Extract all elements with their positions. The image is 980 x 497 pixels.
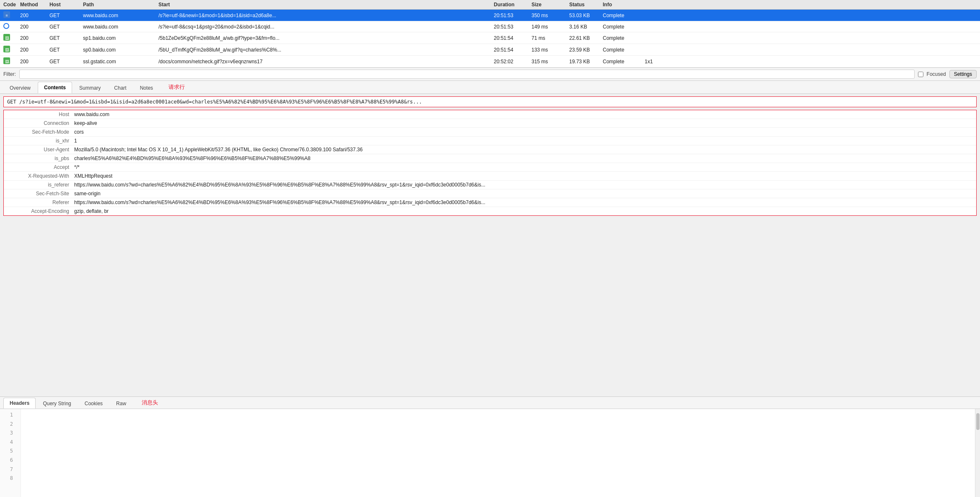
table-row[interactable]: 200 GET www.baidu.com /s?ie=utf-8&csq=1&… [0, 21, 980, 32]
settings-button[interactable]: Settings [949, 70, 977, 78]
table-header: Code Method Host Path Start Duration Siz… [0, 0, 980, 10]
img-icon: 🖼 [3, 46, 10, 52]
header-key: User-Agent [7, 147, 74, 153]
tab-contents[interactable]: Contents [38, 82, 72, 93]
line-number: 5 [0, 447, 16, 456]
tab-query-string[interactable]: Query String [36, 398, 77, 409]
cell-code: 200 [18, 46, 48, 54]
cell-size: 19.73 KB [568, 58, 601, 65]
col-status: Status [568, 1, 601, 8]
cell-path: /5b1ZeDe5KgQFm2e88luM_a/wb.gif?type=3&fm… [157, 34, 492, 42]
header-row: is_refererhttps://www.baidu.com/s?wd=cha… [4, 181, 976, 189]
cell-status: Complete [601, 46, 643, 54]
focused-checkbox[interactable] [918, 72, 923, 77]
header-key: Sec-Fetch-Mode [7, 129, 74, 135]
header-row: X-Requested-WithXMLHttpRequest [4, 172, 976, 181]
tab-notes[interactable]: Notes [134, 82, 159, 93]
cell-method: GET [48, 12, 81, 19]
table-row[interactable]: 🖼 200 GET sp1.baidu.com /5b1ZeDe5KgQFm2e… [0, 32, 980, 44]
request-table: Code Method Host Path Start Duration Siz… [0, 0, 980, 68]
header-value: cors [74, 129, 84, 135]
cell-start: 20:51:54 [492, 34, 530, 42]
line-number: 1 [0, 411, 16, 420]
cell-icon [2, 22, 18, 31]
tab-raw[interactable]: Raw [110, 398, 132, 409]
header-key: is_referer [7, 182, 74, 188]
tab-overview[interactable]: Overview [3, 82, 37, 93]
header-key: X-Requested-With [7, 173, 74, 179]
cell-host: ssl.gstatic.com [81, 58, 157, 65]
header-row: Accept*/* [4, 163, 976, 172]
header-key: is_xhr [7, 138, 74, 144]
filter-bar: Filter: Focused Settings [0, 68, 980, 81]
cell-status: Complete [601, 58, 643, 65]
tab-cookies[interactable]: Cookies [78, 398, 109, 409]
table-row[interactable]: 🖼 200 GET ssl.gstatic.com /docs/common/n… [0, 56, 980, 67]
header-value: XMLHttpRequest [74, 173, 112, 179]
img-icon: 🖼 [3, 57, 10, 64]
filter-right: Focused Settings [918, 70, 977, 78]
header-value: 1 [74, 138, 77, 144]
cell-icon: 🖼 [2, 57, 18, 66]
scrollbar-track[interactable] [975, 409, 980, 497]
cell-duration: 350 ms [530, 12, 568, 19]
cell-size: 3.16 KB [568, 23, 601, 31]
scrollbar-thumb[interactable] [976, 413, 980, 430]
col-size: Size [530, 1, 568, 8]
cell-info [643, 15, 978, 16]
cell-size: 23.59 KB [568, 46, 601, 54]
cell-icon: 🖼 [2, 33, 18, 43]
tab-headers[interactable]: Headers [3, 398, 36, 409]
col-path: Path [81, 1, 157, 8]
header-value: keep-alive [74, 120, 97, 126]
cell-info [643, 37, 978, 39]
header-row: Connectionkeep-alive [4, 119, 976, 128]
header-key: is_pbs [7, 155, 74, 161]
headers-content: Hostwww.baidu.comConnectionkeep-aliveSec… [3, 110, 977, 216]
tab-chart[interactable]: Chart [108, 82, 132, 93]
cell-path: /docs/common/netcheck.gif?zx=v6eqnzrwns1… [157, 58, 492, 65]
cell-code: 200 [18, 23, 48, 31]
cell-code: 200 [18, 58, 48, 65]
col-host: Host [48, 1, 81, 8]
cell-icon: ≡ [2, 10, 18, 20]
cell-start: 20:51:54 [492, 46, 530, 54]
cell-status: Complete [601, 12, 643, 19]
detail-panel: Overview Contents Summary Chart Notes 请求… [0, 81, 980, 396]
bottom-section: Headers Query String Cookies Raw 消息头 123… [0, 396, 980, 497]
line-number: 2 [0, 420, 16, 429]
header-key: Host [7, 111, 74, 117]
header-row: User-AgentMozilla/5.0 (Macintosh; Intel … [4, 145, 976, 154]
cell-status: Complete [601, 23, 643, 31]
header-value: charles%E5%A6%82%E4%BD%95%E6%8A%93%E5%8F… [74, 155, 311, 161]
cell-host: www.baidu.com [81, 23, 157, 31]
tab-summary[interactable]: Summary [73, 82, 107, 93]
cell-path: /5bU_dTmfKgQFm2e88luM_a/w.gif?q=charles%… [157, 46, 492, 54]
content-body [21, 409, 975, 497]
cell-status: Complete [601, 34, 643, 42]
filter-input[interactable] [19, 70, 915, 79]
cell-path: /s?ie=utf-8&csq=1&pstg=20&mod=2&isbd=1&c… [157, 23, 492, 31]
cell-size: 22.61 KB [568, 34, 601, 42]
top-tab-bar: Overview Contents Summary Chart Notes 请求… [0, 81, 980, 94]
doc-icon: ≡ [3, 11, 10, 18]
cell-duration: 315 ms [530, 58, 568, 65]
cell-duration: 71 ms [530, 34, 568, 42]
table-row[interactable]: 🖼 200 GET sp0.baidu.com /5bU_dTmfKgQFm2e… [0, 44, 980, 56]
cell-method: GET [48, 46, 81, 54]
line-number: 7 [0, 465, 16, 474]
header-row: Refererhttps://www.baidu.com/s?wd=charle… [4, 198, 976, 207]
header-key: Sec-Fetch-Site [7, 191, 74, 197]
request-table-section: Code Method Host Path Start Duration Siz… [0, 0, 980, 81]
header-row: is_xhr1 [4, 137, 976, 145]
cell-start: 20:51:53 [492, 12, 530, 19]
cell-duration: 149 ms [530, 23, 568, 31]
cell-path: /s?ie=utf-8&newi=1&mod=1&isbd=1&isid=a2d… [157, 12, 492, 19]
header-value: */* [74, 164, 80, 170]
table-row[interactable]: ≡ 200 GET www.baidu.com /s?ie=utf-8&newi… [0, 10, 980, 21]
line-numbers: 12345678 [0, 409, 21, 497]
header-row: is_pbscharles%E5%A6%82%E4%BD%95%E6%8A%93… [4, 154, 976, 163]
header-key: Accept [7, 164, 74, 170]
cell-info [643, 26, 978, 28]
cell-host: sp0.baidu.com [81, 46, 157, 54]
